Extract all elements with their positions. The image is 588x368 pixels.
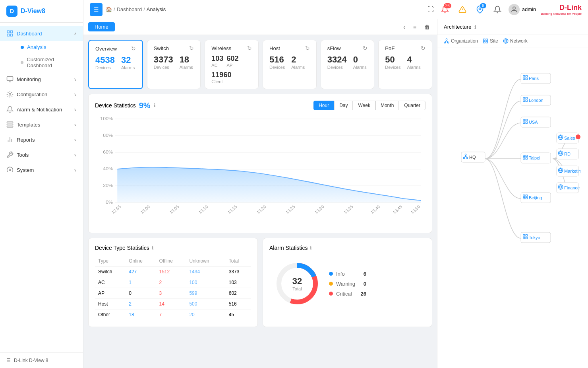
row-switch-unknown: 1434: [186, 267, 225, 277]
svg-text:13:35: 13:35: [342, 204, 354, 214]
card-poe[interactable]: PoE ↻ 50 Devices 4 Alarms: [378, 40, 432, 89]
time-btn-week[interactable]: Week: [353, 101, 375, 110]
card-overview-refresh[interactable]: ↻: [131, 45, 136, 52]
card-switch-devices-val: 3373: [154, 55, 173, 65]
card-overview-alarms-label: Alarms: [121, 65, 135, 70]
sidebar-item-analysis[interactable]: Analysis: [8, 41, 83, 53]
sidebar-item-tools[interactable]: Tools ∨: [0, 147, 83, 162]
arch-title: Architecture: [444, 24, 471, 30]
dlink-sub: Building Networks for People: [541, 12, 582, 16]
card-switch[interactable]: Switch ↻ 3373 Devices 18 Alarms: [147, 40, 201, 89]
card-host-alarms-label: Alarms: [291, 65, 305, 70]
legend-name-critical: Critical: [336, 291, 355, 297]
legend-val-info: 6: [358, 271, 366, 277]
svg-text:13:20: 13:20: [255, 204, 267, 214]
svg-text:Beijing: Beijing: [529, 195, 542, 200]
sidebar-item-alarm[interactable]: Alarm & Notification ∨: [0, 102, 83, 117]
device-stats-chart: 100% 80% 60% 40% 20% 0%: [95, 115, 426, 218]
notification-btn-2[interactable]: [456, 3, 469, 16]
svg-text:12:55: 12:55: [110, 204, 122, 214]
system-chevron: ∨: [74, 168, 77, 172]
breadcrumb-sep1: /: [114, 6, 115, 12]
sidebar-reports-label: Reports: [17, 137, 35, 143]
svg-point-47: [444, 42, 446, 43]
sidebar-item-customized[interactable]: Customized Dashboard: [8, 53, 83, 72]
time-btn-day[interactable]: Day: [334, 101, 353, 110]
card-sflow-alarms-val: 0: [353, 55, 367, 65]
card-overview-title: Overview: [95, 46, 117, 52]
arch-legend-network-label: Network: [510, 38, 528, 44]
col-type: Type: [95, 256, 126, 267]
sidebar-logo: D D-View8: [0, 0, 83, 23]
sidebar-config-label: Configuration: [17, 92, 47, 97]
card-wireless-client-val: 11960: [211, 71, 231, 79]
time-btn-month[interactable]: Month: [375, 101, 399, 110]
card-overview-devices-val: 4538: [95, 55, 115, 65]
svg-text:80%: 80%: [103, 133, 113, 138]
svg-line-51: [447, 41, 448, 42]
time-btn-hour[interactable]: Hour: [313, 101, 334, 110]
donut-label: Total: [292, 286, 302, 291]
notification-btn-3[interactable]: 6: [474, 3, 486, 16]
notification-badge-1: 26: [444, 3, 451, 8]
row-ap-offline: 3: [156, 288, 186, 299]
tab-arrow-left[interactable]: ‹: [401, 23, 408, 31]
notification-btn-4[interactable]: [491, 3, 504, 16]
svg-point-46: [446, 39, 447, 40]
time-btn-quarter[interactable]: Quarter: [399, 101, 426, 110]
row-switch-offline: 1512: [156, 267, 186, 277]
arch-legend-network[interactable]: Network: [503, 38, 528, 44]
sidebar-item-reports[interactable]: Reports ∨: [0, 132, 83, 147]
menu-button[interactable]: ☰: [90, 3, 103, 16]
stats-title-text: Device Statistics: [95, 102, 136, 109]
stats-percentage: 9%: [139, 101, 151, 110]
card-wireless-refresh[interactable]: ↻: [247, 45, 252, 51]
device-type-info-icon[interactable]: ℹ: [152, 245, 154, 251]
tab-home[interactable]: Home: [88, 22, 115, 31]
sidebar-footer[interactable]: ☰ D-Link D-View 8: [0, 352, 83, 368]
card-host[interactable]: Host ↻ 516 Devices 2 Alarms: [263, 40, 317, 89]
card-poe-refresh[interactable]: ↻: [421, 45, 426, 51]
sidebar-item-system[interactable]: System ∨: [0, 162, 83, 177]
col-offline: Offline: [156, 256, 186, 267]
tab-trash-icon[interactable]: 🗑: [422, 23, 432, 31]
svg-text:20%: 20%: [103, 183, 113, 188]
svg-rect-54: [484, 41, 485, 43]
card-wireless-ap-val: 602: [226, 55, 238, 63]
sidebar-item-dashboard[interactable]: Dashboard ∧: [0, 26, 83, 41]
notification-btn-1[interactable]: 26: [439, 3, 451, 16]
row-ac-type: AC: [95, 277, 126, 288]
alarm-stats-info-icon[interactable]: ℹ: [310, 245, 312, 251]
arch-legend-org[interactable]: Organization: [444, 38, 478, 44]
card-sflow[interactable]: sFlow ↻ 3324 Devices 0 Alarms: [321, 40, 375, 89]
card-sflow-refresh[interactable]: ↻: [363, 45, 368, 51]
svg-text:13:10: 13:10: [197, 204, 209, 214]
breadcrumb-home-icon[interactable]: 🏠: [106, 6, 112, 12]
svg-text:13:50: 13:50: [410, 204, 421, 214]
expand-icon[interactable]: ⛶: [427, 6, 434, 13]
card-host-refresh[interactable]: ↻: [305, 45, 310, 51]
user-info[interactable]: admin: [509, 4, 536, 15]
card-overview[interactable]: Overview ↻ 4538 Devices 32 Alarms: [88, 40, 143, 89]
sidebar-item-monitoring[interactable]: Monitoring ∨: [0, 72, 83, 87]
card-wireless[interactable]: Wireless ↻ 103 AC 602 AP 11960: [205, 40, 259, 89]
arch-legend-site[interactable]: Site: [483, 38, 498, 44]
arch-info-icon[interactable]: ℹ: [474, 24, 476, 30]
tab-list-icon[interactable]: ≡: [411, 23, 419, 31]
stats-info-icon[interactable]: ℹ: [154, 103, 156, 108]
legend-val-warning: 0: [358, 281, 366, 287]
card-sflow-devices-label: Devices: [327, 65, 347, 70]
svg-text:13:00: 13:00: [139, 204, 151, 214]
svg-text:13:30: 13:30: [313, 204, 325, 214]
card-switch-refresh[interactable]: ↻: [189, 45, 194, 51]
notification-badge-3: 6: [480, 3, 486, 8]
sidebar-item-templates[interactable]: Templates ∨: [0, 117, 83, 132]
sidebar-nav: Dashboard ∧ Analysis Customized Dashboar…: [0, 23, 83, 352]
card-switch-devices: 3373 Devices: [154, 55, 173, 70]
legend-val-critical: 26: [358, 291, 366, 297]
legend-item-warning: Warning 0: [329, 281, 366, 287]
sidebar-item-configuration[interactable]: Configuration ∨: [0, 87, 83, 102]
breadcrumb-dashboard[interactable]: Dashboard: [117, 6, 142, 12]
svg-point-18: [513, 7, 515, 9]
card-overview-alarms-val: 32: [121, 55, 135, 65]
